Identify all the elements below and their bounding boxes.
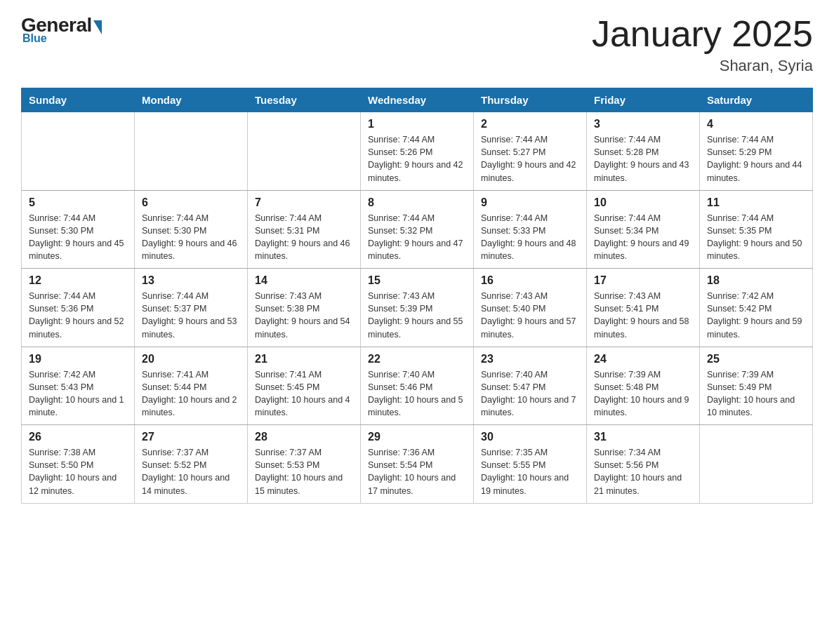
day-number: 19 <box>29 353 127 365</box>
day-info: Sunrise: 7:44 AMSunset: 5:26 PMDaylight:… <box>368 133 466 185</box>
calendar-week-row: 5Sunrise: 7:44 AMSunset: 5:30 PMDaylight… <box>22 190 813 269</box>
day-number: 15 <box>368 274 466 287</box>
table-row: 27Sunrise: 7:37 AMSunset: 5:52 PMDayligh… <box>135 425 248 504</box>
day-info: Sunrise: 7:41 AMSunset: 5:45 PMDaylight:… <box>255 368 353 420</box>
day-number: 29 <box>368 431 466 443</box>
day-number: 25 <box>707 353 805 365</box>
table-row: 9Sunrise: 7:44 AMSunset: 5:33 PMDaylight… <box>474 190 587 269</box>
day-number: 13 <box>142 274 240 287</box>
day-number: 31 <box>594 431 692 443</box>
day-info: Sunrise: 7:35 AMSunset: 5:55 PMDaylight:… <box>481 446 579 497</box>
table-row: 30Sunrise: 7:35 AMSunset: 5:55 PMDayligh… <box>474 425 587 504</box>
calendar-week-row: 26Sunrise: 7:38 AMSunset: 5:50 PMDayligh… <box>22 425 813 504</box>
table-row <box>22 112 135 191</box>
day-info: Sunrise: 7:44 AMSunset: 5:31 PMDaylight:… <box>255 212 353 263</box>
table-row: 29Sunrise: 7:36 AMSunset: 5:54 PMDayligh… <box>361 425 474 504</box>
day-info: Sunrise: 7:42 AMSunset: 5:42 PMDaylight:… <box>707 290 805 341</box>
table-row <box>135 112 248 191</box>
logo-blue-text: Blue <box>22 32 47 45</box>
page-subtitle: Sharan, Syria <box>592 57 813 75</box>
day-number: 5 <box>29 196 127 209</box>
day-info: Sunrise: 7:39 AMSunset: 5:49 PMDaylight:… <box>707 368 805 420</box>
header-sunday: Sunday <box>22 88 135 112</box>
day-info: Sunrise: 7:44 AMSunset: 5:30 PMDaylight:… <box>29 212 127 263</box>
table-row: 15Sunrise: 7:43 AMSunset: 5:39 PMDayligh… <box>361 269 474 347</box>
day-number: 26 <box>29 431 127 443</box>
day-info: Sunrise: 7:44 AMSunset: 5:28 PMDaylight:… <box>594 133 692 185</box>
day-info: Sunrise: 7:42 AMSunset: 5:43 PMDaylight:… <box>29 368 127 420</box>
header-tuesday: Tuesday <box>248 88 361 112</box>
table-row: 13Sunrise: 7:44 AMSunset: 5:37 PMDayligh… <box>135 269 248 347</box>
day-info: Sunrise: 7:43 AMSunset: 5:40 PMDaylight:… <box>481 290 579 341</box>
day-info: Sunrise: 7:38 AMSunset: 5:50 PMDaylight:… <box>29 446 127 497</box>
table-row <box>700 425 813 504</box>
day-number: 4 <box>707 118 805 130</box>
table-row: 25Sunrise: 7:39 AMSunset: 5:49 PMDayligh… <box>700 347 813 425</box>
table-row: 26Sunrise: 7:38 AMSunset: 5:50 PMDayligh… <box>22 425 135 504</box>
header-friday: Friday <box>587 88 700 112</box>
day-number: 27 <box>142 431 240 443</box>
day-number: 30 <box>481 431 579 443</box>
day-info: Sunrise: 7:40 AMSunset: 5:46 PMDaylight:… <box>368 368 466 420</box>
day-number: 12 <box>29 274 127 287</box>
header-wednesday: Wednesday <box>361 88 474 112</box>
table-row: 18Sunrise: 7:42 AMSunset: 5:42 PMDayligh… <box>700 269 813 347</box>
day-number: 14 <box>255 274 353 287</box>
table-row: 10Sunrise: 7:44 AMSunset: 5:34 PMDayligh… <box>587 190 700 269</box>
day-info: Sunrise: 7:43 AMSunset: 5:38 PMDaylight:… <box>255 290 353 341</box>
calendar-week-row: 1Sunrise: 7:44 AMSunset: 5:26 PMDaylight… <box>22 112 813 191</box>
day-number: 16 <box>481 274 579 287</box>
day-info: Sunrise: 7:40 AMSunset: 5:47 PMDaylight:… <box>481 368 579 420</box>
day-info: Sunrise: 7:44 AMSunset: 5:33 PMDaylight:… <box>481 212 579 263</box>
day-number: 11 <box>707 196 805 209</box>
day-info: Sunrise: 7:37 AMSunset: 5:52 PMDaylight:… <box>142 446 240 497</box>
table-row: 7Sunrise: 7:44 AMSunset: 5:31 PMDaylight… <box>248 190 361 269</box>
day-info: Sunrise: 7:44 AMSunset: 5:37 PMDaylight:… <box>142 290 240 341</box>
table-row: 20Sunrise: 7:41 AMSunset: 5:44 PMDayligh… <box>135 347 248 425</box>
day-number: 9 <box>481 196 579 209</box>
day-number: 21 <box>255 353 353 365</box>
day-info: Sunrise: 7:34 AMSunset: 5:56 PMDaylight:… <box>594 446 692 497</box>
logo: General Blue <box>21 14 102 45</box>
table-row: 14Sunrise: 7:43 AMSunset: 5:38 PMDayligh… <box>248 269 361 347</box>
day-info: Sunrise: 7:44 AMSunset: 5:29 PMDaylight:… <box>707 133 805 185</box>
day-info: Sunrise: 7:44 AMSunset: 5:27 PMDaylight:… <box>481 133 579 185</box>
day-number: 1 <box>368 118 466 130</box>
day-info: Sunrise: 7:43 AMSunset: 5:39 PMDaylight:… <box>368 290 466 341</box>
day-info: Sunrise: 7:41 AMSunset: 5:44 PMDaylight:… <box>142 368 240 420</box>
day-info: Sunrise: 7:44 AMSunset: 5:30 PMDaylight:… <box>142 212 240 263</box>
table-row: 19Sunrise: 7:42 AMSunset: 5:43 PMDayligh… <box>22 347 135 425</box>
table-row <box>248 112 361 191</box>
day-info: Sunrise: 7:44 AMSunset: 5:36 PMDaylight:… <box>29 290 127 341</box>
calendar-table: Sunday Monday Tuesday Wednesday Thursday… <box>21 88 813 504</box>
table-row: 17Sunrise: 7:43 AMSunset: 5:41 PMDayligh… <box>587 269 700 347</box>
day-info: Sunrise: 7:43 AMSunset: 5:41 PMDaylight:… <box>594 290 692 341</box>
table-row: 3Sunrise: 7:44 AMSunset: 5:28 PMDaylight… <box>587 112 700 191</box>
page-title: January 2025 <box>592 14 813 54</box>
header-monday: Monday <box>135 88 248 112</box>
table-row: 28Sunrise: 7:37 AMSunset: 5:53 PMDayligh… <box>248 425 361 504</box>
day-number: 3 <box>594 118 692 130</box>
day-number: 10 <box>594 196 692 209</box>
day-info: Sunrise: 7:39 AMSunset: 5:48 PMDaylight:… <box>594 368 692 420</box>
day-info: Sunrise: 7:36 AMSunset: 5:54 PMDaylight:… <box>368 446 466 497</box>
day-number: 7 <box>255 196 353 209</box>
page-header: General Blue January 2025 Sharan, Syria <box>21 14 813 75</box>
header-saturday: Saturday <box>700 88 813 112</box>
table-row: 1Sunrise: 7:44 AMSunset: 5:26 PMDaylight… <box>361 112 474 191</box>
table-row: 5Sunrise: 7:44 AMSunset: 5:30 PMDaylight… <box>22 190 135 269</box>
calendar-header-row: Sunday Monday Tuesday Wednesday Thursday… <box>22 88 813 112</box>
day-number: 24 <box>594 353 692 365</box>
table-row: 21Sunrise: 7:41 AMSunset: 5:45 PMDayligh… <box>248 347 361 425</box>
table-row: 12Sunrise: 7:44 AMSunset: 5:36 PMDayligh… <box>22 269 135 347</box>
day-number: 28 <box>255 431 353 443</box>
table-row: 11Sunrise: 7:44 AMSunset: 5:35 PMDayligh… <box>700 190 813 269</box>
day-info: Sunrise: 7:37 AMSunset: 5:53 PMDaylight:… <box>255 446 353 497</box>
day-number: 6 <box>142 196 240 209</box>
title-section: January 2025 Sharan, Syria <box>592 14 813 75</box>
day-info: Sunrise: 7:44 AMSunset: 5:35 PMDaylight:… <box>707 212 805 263</box>
table-row: 23Sunrise: 7:40 AMSunset: 5:47 PMDayligh… <box>474 347 587 425</box>
day-number: 18 <box>707 274 805 287</box>
day-number: 2 <box>481 118 579 130</box>
day-number: 20 <box>142 353 240 365</box>
